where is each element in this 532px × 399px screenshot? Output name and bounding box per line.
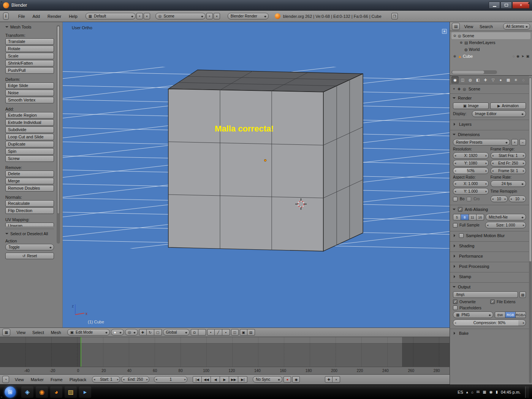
audio-mute-icon[interactable]: ◉ <box>292 376 300 383</box>
placeholders-checkbox[interactable] <box>453 306 458 310</box>
menu-item[interactable]: Marker <box>28 377 46 383</box>
bake-panel-header[interactable]: Bake <box>450 329 529 337</box>
clock[interactable]: 04:45 p.m. <box>501 390 521 394</box>
aa-samples-16-button[interactable]: 16 <box>477 214 484 220</box>
opengl-render-anim-icon[interactable]: ▤ <box>247 329 255 336</box>
expand-triangle-icon[interactable] <box>5 233 8 236</box>
add-layout-button[interactable]: + <box>136 13 143 19</box>
remap-new-field[interactable]: 10 <box>509 196 526 202</box>
render-image-button[interactable]: ▣ Image <box>453 103 489 109</box>
tool-button[interactable]: Flip Direction <box>5 207 54 214</box>
menu-item[interactable]: View <box>12 377 27 383</box>
os-titlebar[interactable]: Blender × <box>0 0 532 11</box>
expander-icon[interactable]: ⊕ <box>459 41 463 44</box>
selectability-cursor-icon[interactable]: ➤ <box>521 54 524 58</box>
outliner-hscrollbar[interactable] <box>451 70 497 74</box>
tab-object-data-icon[interactable]: ▽ <box>489 76 497 84</box>
timeline-track[interactable]: -40-200204060801001201401601802002202402… <box>0 337 450 374</box>
fps-dropdown[interactable]: 24 fps <box>491 180 526 187</box>
face-select-icon[interactable]: ▪ <box>222 329 230 336</box>
tool-button[interactable]: Edge Slide <box>5 82 54 89</box>
menu-item[interactable]: File <box>16 13 28 19</box>
antialiasing-panel-header[interactable]: Anti-Aliasing <box>450 206 529 213</box>
render-presets-dropdown[interactable]: Render Presets <box>453 139 510 146</box>
layers-panel-header[interactable]: Layers <box>450 120 529 128</box>
menu-item[interactable]: Playback <box>67 377 89 383</box>
render-panel-header[interactable]: Render <box>450 94 529 102</box>
visibility-eye-icon[interactable]: ◉ <box>516 54 519 58</box>
blender-taskbar-icon[interactable]: ◕ <box>50 386 62 398</box>
tool-button[interactable]: Extrude Individual <box>5 119 54 126</box>
color-mode-rgba-button[interactable]: RGBA <box>516 312 526 318</box>
full-sample-checkbox[interactable] <box>453 223 458 228</box>
add-preset-button[interactable]: + <box>511 139 518 146</box>
aa-samples-8-button[interactable]: 8 <box>461 214 469 220</box>
tool-button[interactable]: Translate <box>5 38 54 45</box>
tool-button[interactable]: Shrink/Fatten <box>5 60 54 66</box>
delete-keyframe-icon[interactable]: × <box>332 376 340 383</box>
snap-element-dropdown[interactable] <box>198 329 206 336</box>
scale-manipulator-icon[interactable]: ▢ <box>154 329 162 336</box>
viewport-3d[interactable]: Malla correcta! z x User Ortho (1) Cube … <box>63 22 450 328</box>
renderability-camera-icon[interactable]: ▣ <box>526 54 529 58</box>
tool-button[interactable]: Rotate <box>5 46 54 52</box>
aa-size-field[interactable]: Size: 1.000 <box>485 222 526 228</box>
dimensions-panel-header[interactable]: Dimensions <box>450 131 529 138</box>
tray-home-icon[interactable]: ⌂ <box>471 390 473 394</box>
render-animation-button[interactable]: ▶ Animation <box>490 103 526 109</box>
properties-scrollbar[interactable] <box>529 77 532 383</box>
tab-material-icon[interactable]: ● <box>497 76 504 84</box>
expand-triangle-icon[interactable] <box>454 275 457 278</box>
tray-volume-icon[interactable]: ▮ <box>496 390 498 394</box>
outliner-scope-selector[interactable]: All Scenes <box>503 23 530 30</box>
expand-triangle-icon[interactable] <box>454 265 457 268</box>
tool-button[interactable]: Scale <box>5 53 54 59</box>
play-reverse-button[interactable]: ◀ <box>211 376 220 383</box>
resolution-x-field[interactable]: X: 1920 <box>453 152 489 159</box>
border-checkbox[interactable] <box>453 197 458 201</box>
aa-filter-dropdown[interactable]: Mitchell-Ne <box>486 214 526 220</box>
frame-end-field[interactable]: End: 250 <box>121 376 149 383</box>
menu-item[interactable]: Render <box>45 13 64 19</box>
tool-button[interactable]: Duplicate <box>5 141 54 147</box>
tool-button[interactable]: Unwrap <box>5 223 54 226</box>
expander-icon[interactable]: ⊖ <box>453 34 457 38</box>
motion-blur-panel-header[interactable]: Sampled Motion Blur <box>450 232 529 239</box>
next-keyframe-button[interactable]: ▶▶ <box>229 376 238 383</box>
current-frame-field[interactable]: 1 <box>154 376 187 383</box>
menu-item[interactable]: Help <box>66 13 80 19</box>
timeline-playhead[interactable] <box>81 337 81 367</box>
file-extensions-checkbox[interactable] <box>490 299 495 304</box>
tool-button[interactable]: Loop Cut and Slide <box>5 134 54 140</box>
expand-triangle-icon[interactable] <box>454 123 457 126</box>
play-button[interactable]: ▶ <box>220 376 229 383</box>
tab-object-icon[interactable]: ◧ <box>474 76 481 84</box>
outliner-row-world[interactable]: ◍ World <box>451 46 530 53</box>
tab-texture-icon[interactable]: ▩ <box>505 76 512 84</box>
explorer-folder-icon[interactable]: ▨ <box>65 386 77 398</box>
collapsed-panel-header[interactable]: Shading <box>450 242 529 250</box>
reset-button[interactable]: ↺ Reset <box>5 253 54 259</box>
select-deselect-panel-header[interactable]: Select or Deselect All <box>5 230 54 237</box>
overwrite-checkbox[interactable] <box>453 299 458 304</box>
crop-checkbox[interactable] <box>467 197 471 201</box>
expand-triangle-icon[interactable] <box>454 244 457 247</box>
tool-button[interactable]: Remove Doubles <box>5 185 54 192</box>
tool-button[interactable]: Merge <box>5 178 54 184</box>
record-button[interactable]: ● <box>283 376 291 383</box>
toolshelf-scrollbar[interactable] <box>57 25 60 244</box>
file-format-dropdown[interactable]: ▦ PNG <box>453 312 493 318</box>
add-scene-button[interactable]: + <box>206 13 213 19</box>
tool-button[interactable]: Delete <box>5 171 54 177</box>
tray-update-icon[interactable]: ◉ <box>489 390 493 394</box>
orientation-selector[interactable]: Global <box>163 329 190 336</box>
menu-item[interactable]: View <box>461 24 476 30</box>
tab-render-icon[interactable]: ◉ <box>451 76 459 84</box>
outliner-row-cube[interactable]: ⊕ ▲ Cube ◌ ◉ ➤ ▣ <box>451 53 530 60</box>
region-expand-plus-icon[interactable]: + <box>442 29 447 34</box>
expand-triangle-icon[interactable] <box>453 134 456 137</box>
frame-step-field[interactable]: Frame St: 1 <box>491 168 526 174</box>
show-desktop-button[interactable] <box>525 386 529 398</box>
prev-keyframe-button[interactable]: ◀◀ <box>202 376 211 383</box>
tool-button[interactable]: Subdivide <box>5 127 54 133</box>
